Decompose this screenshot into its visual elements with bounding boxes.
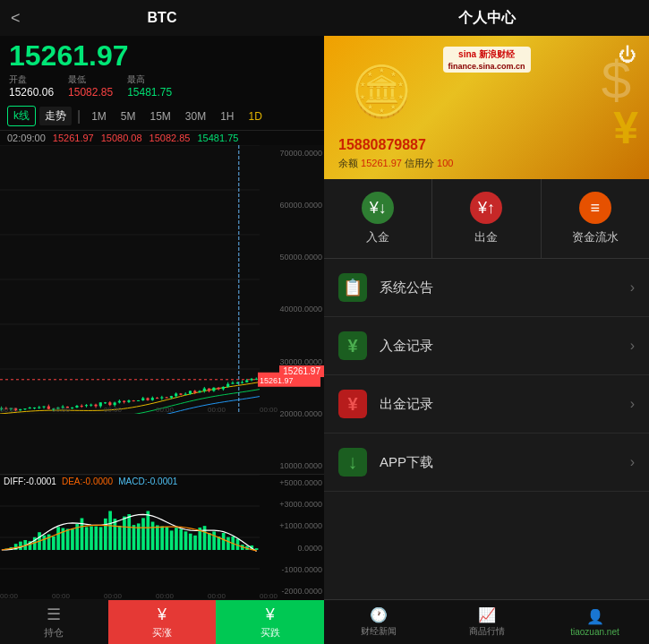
coin-decoration: 🪙 <box>351 63 413 121</box>
announcement-arrow: › <box>630 279 635 296</box>
tab-profile[interactable]: 👤 tiaozuan.net <box>541 600 649 644</box>
menu-deposit-record[interactable]: ¥ 入金记录 › <box>324 317 649 375</box>
announcement-icon: 📋 <box>338 273 367 302</box>
left-panel: < BTC 15261.97 开盘 15260.06 最低 15082.85 最… <box>0 0 324 644</box>
tab-trend[interactable]: 走势 <box>39 107 72 125</box>
flow-icon: ≡ <box>579 192 611 224</box>
tab-finance-news[interactable]: 🕐 财经新闻 <box>324 600 432 644</box>
current-price-tag: 15261.97 <box>279 365 324 377</box>
flow-button[interactable]: ≡ 资金流水 <box>542 179 649 258</box>
tab-1h[interactable]: 1H <box>215 108 239 125</box>
low-price: 最低 15082.85 <box>68 73 113 99</box>
tab-30m[interactable]: 30M <box>180 108 211 125</box>
menu-list: 📋 系统公告 › ¥ 入金记录 › ¥ 出金记录 › ↓ APP下载 › <box>324 259 649 599</box>
tab-1d[interactable]: 1D <box>243 108 268 125</box>
tab-buy-rise[interactable]: ¥ 买涨 <box>108 600 217 644</box>
finance-news-icon: 🕐 <box>370 606 388 623</box>
right-bottom-tabs: 🕐 财经新闻 📈 商品行情 👤 tiaozuan.net <box>324 599 649 644</box>
tab-hold[interactable]: ☰ 持仓 <box>0 600 108 644</box>
tab-buy-fall[interactable]: ¥ 买跌 <box>216 600 324 644</box>
action-buttons: ¥↓ 入金 ¥↑ 出金 ≡ 资金流水 <box>324 179 649 259</box>
macd-chart-area: DIFF:-0.0001 DEA:-0.0000 MACD:-0.0001 +5… <box>0 474 324 599</box>
right-header: 个人中心 <box>324 0 649 36</box>
market-icon: 📈 <box>478 606 496 623</box>
withdraw-record-arrow: › <box>630 396 635 412</box>
tab-kline[interactable]: k线 <box>7 106 36 126</box>
deposit-button[interactable]: ¥↓ 入金 <box>324 179 432 258</box>
back-button[interactable]: < <box>11 9 21 28</box>
left-bottom-tabs: ☰ 持仓 ¥ 买涨 ¥ 买跌 <box>0 599 324 644</box>
sina-logo: sina 新浪财经finance.sina.com.cn <box>442 47 530 73</box>
menu-withdraw-record[interactable]: ¥ 出金记录 › <box>324 375 649 434</box>
open-price: 开盘 15260.06 <box>9 73 54 99</box>
macd-labels: DIFF:-0.0001 DEA:-0.0000 MACD:-0.0001 <box>4 477 177 486</box>
chart-tab-bar: k线 走势 | 1M 5M 15M 30M 1H 1D <box>0 102 324 131</box>
withdraw-record-icon: ¥ <box>338 390 367 418</box>
yen-sign: ¥ <box>613 102 638 154</box>
buy-fall-icon: ¥ <box>266 605 275 624</box>
buy-rise-icon: ¥ <box>158 605 167 624</box>
left-title: BTC <box>148 10 177 26</box>
chart-info-bar: 02:09:00 15261.97 15080.08 15082.85 1548… <box>0 131 324 145</box>
app-download-icon: ↓ <box>338 448 367 477</box>
right-title: 个人中心 <box>458 9 516 28</box>
tab-1m[interactable]: 1M <box>86 108 112 125</box>
account-info: 余额 15261.97 信用分 100 <box>338 157 635 170</box>
profile-icon: 👤 <box>586 608 604 625</box>
price-bar: 15261.97 开盘 15260.06 最低 15082.85 最高 1548… <box>0 36 324 102</box>
menu-app-download[interactable]: ↓ APP下载 › <box>324 434 649 492</box>
main-price: 15261.97 <box>9 41 315 70</box>
high-price: 最高 15481.75 <box>127 73 172 99</box>
hold-icon: ☰ <box>47 605 61 624</box>
main-chart-area[interactable]: 70000.0000 60000.0000 50000.0000 40000.0… <box>0 145 324 474</box>
profile-banner: sina 新浪财经finance.sina.com.cn ⏻ 🪙 $ ¥ 158… <box>324 36 649 179</box>
deposit-icon: ¥↓ <box>362 192 394 224</box>
withdraw-button[interactable]: ¥↑ 出金 <box>432 179 541 258</box>
menu-announcement[interactable]: 📋 系统公告 › <box>324 259 649 317</box>
tab-market[interactable]: 📈 商品行情 <box>432 600 541 644</box>
phone-number: 15880879887 <box>338 137 635 153</box>
price-details: 开盘 15260.06 最低 15082.85 最高 15481.75 <box>9 73 315 99</box>
deposit-record-arrow: › <box>630 338 635 354</box>
tab-5m[interactable]: 5M <box>115 108 141 125</box>
right-panel: 个人中心 sina 新浪财经finance.sina.com.cn ⏻ 🪙 $ … <box>324 0 649 644</box>
left-header: < BTC <box>0 0 324 36</box>
deposit-record-icon: ¥ <box>338 331 367 360</box>
tab-15m[interactable]: 15M <box>145 108 176 125</box>
withdraw-icon: ¥↑ <box>470 192 502 224</box>
app-download-arrow: › <box>630 454 635 470</box>
